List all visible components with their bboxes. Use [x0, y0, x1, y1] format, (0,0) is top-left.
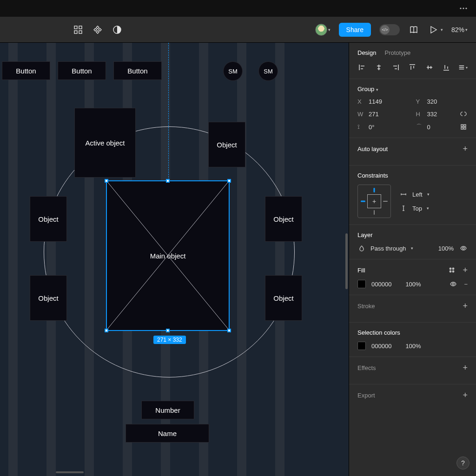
- y-input[interactable]: Y320: [416, 98, 468, 105]
- fill-opacity-input[interactable]: 100%: [405, 281, 421, 288]
- resize-handle-tr[interactable]: [227, 179, 231, 183]
- canvas-object-r1[interactable]: Object: [265, 196, 302, 242]
- add-fill-button[interactable]: +: [463, 266, 468, 274]
- resize-handle-t[interactable]: [166, 179, 170, 183]
- rotation-input[interactable]: ⟟0°: [357, 123, 410, 131]
- fill-color-swatch[interactable]: [357, 280, 366, 288]
- chevron-down-icon: ▾: [376, 87, 378, 92]
- add-effect-button[interactable]: +: [463, 364, 468, 372]
- canvas-name-field[interactable]: Name: [126, 424, 209, 443]
- svg-point-19: [452, 283, 454, 285]
- resize-handle-tl[interactable]: [105, 179, 108, 183]
- tab-design[interactable]: Design: [357, 49, 376, 56]
- resize-handle-bl[interactable]: [105, 329, 108, 332]
- independent-corners-icon[interactable]: [459, 123, 468, 131]
- layout-grid-icon[interactable]: [73, 24, 84, 35]
- canvas-object-l1[interactable]: Object: [30, 196, 67, 242]
- fill-visibility-icon[interactable]: [449, 280, 457, 288]
- blend-icon: [357, 244, 366, 252]
- w-input[interactable]: W271: [357, 110, 410, 118]
- dev-mode-toggle[interactable]: </>: [379, 24, 400, 35]
- add-autolayout-button[interactable]: +: [463, 145, 468, 153]
- section-frame: Group ▾ X1149 Y320 W271 H332 ⟟0° ⌒0: [349, 79, 476, 138]
- link-dimensions-icon[interactable]: [459, 110, 468, 118]
- section-stroke: Stroke +: [349, 295, 476, 322]
- align-center-h-icon[interactable]: [374, 63, 383, 72]
- svg-rect-4: [79, 26, 82, 29]
- resize-handle-br[interactable]: [227, 329, 231, 332]
- canvas-number-field[interactable]: Number: [141, 401, 194, 419]
- canvas-button-1[interactable]: Button: [2, 61, 50, 80]
- styles-icon[interactable]: [448, 266, 456, 274]
- svg-rect-3: [74, 26, 77, 29]
- selection-box[interactable]: [106, 180, 230, 331]
- horizontal-icon: [399, 190, 408, 198]
- chevron-down-icon: ▾: [465, 27, 468, 32]
- visibility-toggle-icon[interactable]: [459, 244, 468, 252]
- resize-handle-b[interactable]: [166, 329, 170, 332]
- distribute-icon[interactable]: ▾: [458, 63, 468, 72]
- canvas-active-object[interactable]: Active object: [74, 108, 136, 178]
- help-button[interactable]: ?: [456, 456, 469, 469]
- svg-point-14: [463, 247, 464, 249]
- section-constraints: Constraints + Left ▾ Top ▾: [349, 165, 476, 225]
- frame-type-dropdown[interactable]: Group ▾: [357, 86, 468, 93]
- layer-opacity-input[interactable]: 100%: [438, 245, 454, 252]
- remove-fill-button[interactable]: −: [464, 281, 468, 288]
- section-selection-colors: Selection colors 000000 100%: [349, 323, 476, 357]
- mask-icon[interactable]: [112, 24, 123, 35]
- canvas-sm-badge-2[interactable]: SM: [258, 61, 278, 81]
- align-center-v-icon[interactable]: [425, 63, 434, 72]
- svg-point-18: [453, 271, 454, 272]
- svg-rect-5: [74, 31, 77, 33]
- svg-point-1: [463, 7, 464, 9]
- vertical-guide: [168, 43, 169, 182]
- play-icon: [428, 24, 439, 35]
- canvas-object-r2[interactable]: Object: [265, 275, 302, 321]
- fill-hex-input[interactable]: 000000: [371, 281, 391, 288]
- constraints-diagram[interactable]: +: [357, 185, 391, 218]
- canvas[interactable]: Button Button Button SM SM Active object…: [0, 43, 349, 476]
- align-top-icon[interactable]: [408, 63, 417, 72]
- add-export-button[interactable]: +: [463, 391, 468, 399]
- canvas-button-3[interactable]: Button: [113, 61, 162, 80]
- zoom-control[interactable]: 82% ▾: [451, 26, 468, 33]
- present-button[interactable]: ▾: [428, 24, 443, 35]
- blend-mode-dropdown[interactable]: Pass through ▾: [357, 244, 413, 252]
- more-icon[interactable]: [458, 3, 469, 13]
- canvas-button-2[interactable]: Button: [58, 61, 106, 80]
- align-left-icon[interactable]: [357, 63, 367, 72]
- svg-point-0: [460, 7, 461, 9]
- book-icon[interactable]: [408, 24, 419, 35]
- share-button[interactable]: Share: [339, 23, 371, 37]
- code-icon: </>: [380, 25, 390, 34]
- canvas-scrollbar[interactable]: [344, 233, 349, 391]
- user-avatar[interactable]: ▾: [315, 24, 331, 36]
- selection-color-hex[interactable]: 000000: [371, 343, 391, 350]
- align-bottom-icon[interactable]: [442, 63, 451, 72]
- canvas-object-tr[interactable]: Object: [208, 122, 245, 167]
- align-right-icon[interactable]: [391, 63, 400, 72]
- app-titlebar: [0, 0, 476, 17]
- vertical-icon: [399, 204, 408, 212]
- selection-color-swatch[interactable]: [357, 342, 366, 350]
- selection-color-opacity[interactable]: 100%: [405, 343, 421, 350]
- constraint-horizontal[interactable]: Left ▾: [399, 190, 430, 198]
- tab-prototype[interactable]: Prototype: [384, 49, 410, 56]
- svg-rect-13: [464, 127, 466, 129]
- svg-point-15: [450, 268, 451, 269]
- component-icon[interactable]: [92, 24, 103, 35]
- home-indicator: [56, 471, 84, 473]
- constraint-vertical[interactable]: Top ▾: [399, 204, 430, 212]
- autolayout-label: Auto layout: [357, 145, 388, 152]
- svg-rect-11: [464, 125, 466, 126]
- svg-point-16: [453, 268, 454, 269]
- corner-radius-input[interactable]: ⌒0: [416, 123, 430, 131]
- section-export: Export +: [349, 384, 476, 411]
- canvas-object-l2[interactable]: Object: [30, 275, 67, 321]
- add-stroke-button[interactable]: +: [463, 302, 468, 310]
- canvas-sm-badge-1[interactable]: SM: [223, 61, 243, 81]
- x-input[interactable]: X1149: [357, 98, 410, 105]
- properties-panel: Design Prototype ▾ Group ▾ X1149 Y320 W2…: [349, 43, 476, 476]
- h-input[interactable]: H332: [416, 111, 437, 118]
